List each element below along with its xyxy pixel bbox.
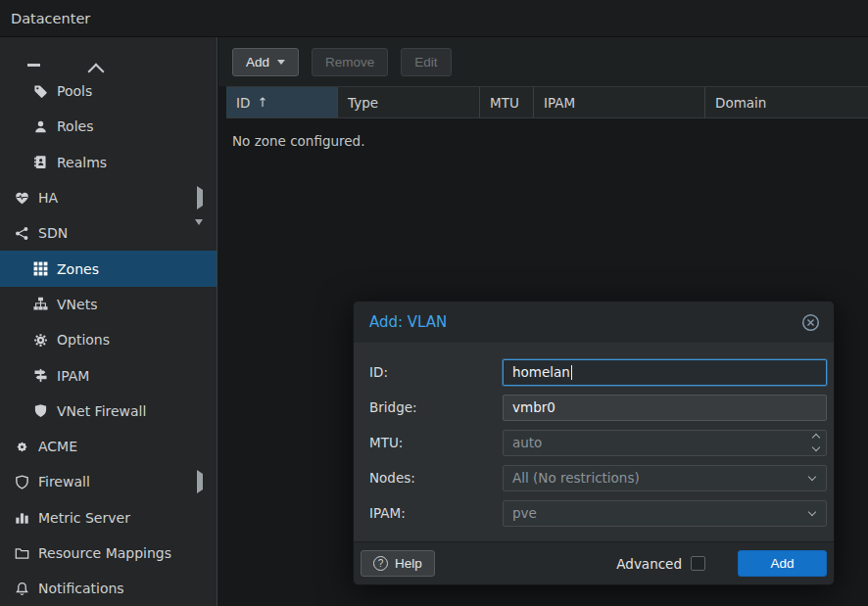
sidebar: Pools Roles Realms HA SDN Zones VNets Op…: [0, 37, 217, 606]
clipped-icon-fragment: [27, 64, 40, 68]
form-row-mtu: MTU: auto: [369, 425, 827, 460]
folder-icon: [14, 545, 29, 561]
certificate-icon: [14, 439, 29, 454]
empty-table-message: No zone configured.: [218, 118, 868, 163]
sidebar-item-label: Notifications: [38, 581, 124, 596]
bell-icon: [14, 581, 29, 596]
sidebar-item-label: Pools: [57, 83, 92, 99]
gear-icon: [32, 332, 48, 348]
mtu-spinner[interactable]: auto: [503, 430, 827, 456]
column-header-domain[interactable]: Domain: [705, 87, 868, 117]
sidebar-item-label: Roles: [57, 118, 93, 134]
form-row-nodes: Nodes: All (No restrictions): [369, 460, 827, 495]
sidebar-item-partial[interactable]: [0, 37, 217, 73]
sidebar-item-label: VNets: [57, 297, 97, 312]
shield-icon: [14, 474, 29, 489]
sidebar-item-pools[interactable]: Pools: [0, 73, 217, 109]
sidebar-item-vnets[interactable]: VNets: [0, 287, 217, 322]
map-signs-icon: [32, 368, 48, 384]
sidebar-item-label: IPAM: [57, 368, 89, 384]
advanced-label: Advanced: [616, 556, 682, 572]
column-header-type[interactable]: Type: [338, 87, 480, 117]
sidebar-item-label: Firewall: [38, 474, 90, 489]
remove-zone-button-label: Remove: [325, 55, 374, 70]
zones-toolbar: Add Remove Edit: [218, 37, 868, 86]
chevron-right-icon[interactable]: [197, 474, 203, 489]
top-bar: Datacenter: [0, 0, 868, 37]
sitemap-icon: [32, 297, 48, 312]
close-icon[interactable]: [801, 313, 820, 332]
dialog-title: Add: VLAN: [369, 313, 447, 331]
mtu-field-label: MTU:: [369, 435, 503, 450]
nodes-select[interactable]: All (No restrictions): [503, 465, 827, 491]
id-input-value: homelan: [512, 364, 570, 380]
mtu-placeholder: auto: [512, 435, 542, 450]
chevron-down-icon: [808, 507, 816, 515]
sidebar-item-label: Options: [57, 332, 110, 348]
clipped-caret-fragment: [88, 64, 105, 73]
help-button[interactable]: ? Help: [361, 550, 435, 577]
text-cursor: [571, 365, 572, 380]
question-icon: ?: [373, 556, 388, 571]
share-network-icon: [14, 225, 29, 241]
address-book-icon: [32, 155, 48, 170]
sidebar-item-ha[interactable]: HA: [0, 180, 217, 215]
ipam-select[interactable]: pve: [503, 500, 827, 527]
remove-zone-button[interactable]: Remove: [312, 48, 388, 76]
chevron-down-icon: [808, 472, 816, 480]
sidebar-item-zones[interactable]: Zones: [0, 251, 217, 286]
shield-icon: [32, 403, 48, 419]
bridge-input[interactable]: vmbr0: [503, 395, 827, 421]
dialog-header[interactable]: Add: VLAN: [354, 302, 834, 343]
heartbeat-icon: [14, 190, 29, 206]
edit-zone-button-label: Edit: [414, 55, 437, 70]
spinner-arrows-icon[interactable]: [813, 435, 819, 450]
sidebar-item-roles[interactable]: Roles: [0, 109, 217, 144]
sidebar-item-label: HA: [38, 190, 58, 206]
bridge-input-value: vmbr0: [512, 399, 555, 415]
add-vlan-dialog: Add: VLAN ID: homelan Bridge: vmbr0 MTU:…: [353, 301, 835, 585]
advanced-checkbox[interactable]: [691, 556, 705, 571]
nodes-field-label: Nodes:: [369, 470, 503, 486]
sidebar-item-metric-server[interactable]: Metric Server: [0, 500, 217, 536]
submit-add-button[interactable]: Add: [738, 550, 827, 577]
sidebar-item-sdn[interactable]: SDN: [0, 215, 217, 251]
sidebar-item-label: SDN: [38, 225, 68, 241]
form-row-bridge: Bridge: vmbr0: [369, 390, 827, 425]
datacenter-title: Datacenter: [11, 11, 90, 26]
sidebar-item-label: VNet Firewall: [57, 403, 146, 419]
sidebar-item-label: Realms: [57, 155, 107, 170]
chevron-down-icon: [277, 60, 285, 65]
dialog-form: ID: homelan Bridge: vmbr0 MTU: auto: [354, 343, 834, 541]
submit-add-button-label: Add: [770, 556, 794, 571]
ipam-field-label: IPAM:: [369, 505, 503, 521]
column-header-mtu[interactable]: MTU: [480, 87, 534, 117]
add-zone-button[interactable]: Add: [232, 48, 299, 76]
sidebar-item-realms[interactable]: Realms: [0, 145, 217, 180]
footer-right-group: Advanced Add: [616, 550, 827, 577]
user-icon: [32, 118, 48, 134]
form-row-id: ID: homelan: [369, 354, 827, 390]
sidebar-item-label: Zones: [57, 261, 99, 277]
edit-zone-button[interactable]: Edit: [401, 48, 451, 76]
form-row-ipam: IPAM: pve: [369, 495, 827, 531]
sidebar-item-acme[interactable]: ACME: [0, 429, 217, 464]
help-button-label: Help: [395, 556, 422, 571]
bar-chart-icon: [14, 510, 29, 526]
sidebar-item-ipam[interactable]: IPAM: [0, 357, 217, 393]
sidebar-item-resource-mappings[interactable]: Resource Mappings: [0, 536, 217, 571]
column-header-id[interactable]: ID ↑: [226, 87, 338, 117]
ipam-select-value: pve: [512, 505, 537, 521]
grid-icon: [32, 261, 48, 277]
zones-table-header: ID ↑ Type MTU IPAM Domain: [226, 86, 868, 118]
column-header-ipam[interactable]: IPAM: [534, 87, 705, 117]
sidebar-item-firewall[interactable]: Firewall: [0, 464, 217, 499]
bridge-field-label: Bridge:: [369, 399, 503, 415]
sidebar-item-notifications[interactable]: Notifications: [0, 571, 217, 606]
chevron-right-icon[interactable]: [197, 190, 203, 206]
sidebar-item-vnet-firewall[interactable]: VNet Firewall: [0, 394, 217, 429]
chevron-down-icon[interactable]: [195, 225, 203, 241]
sidebar-item-options[interactable]: Options: [0, 322, 217, 357]
id-input[interactable]: homelan: [503, 359, 827, 386]
dialog-footer: ? Help Advanced Add: [354, 541, 834, 584]
